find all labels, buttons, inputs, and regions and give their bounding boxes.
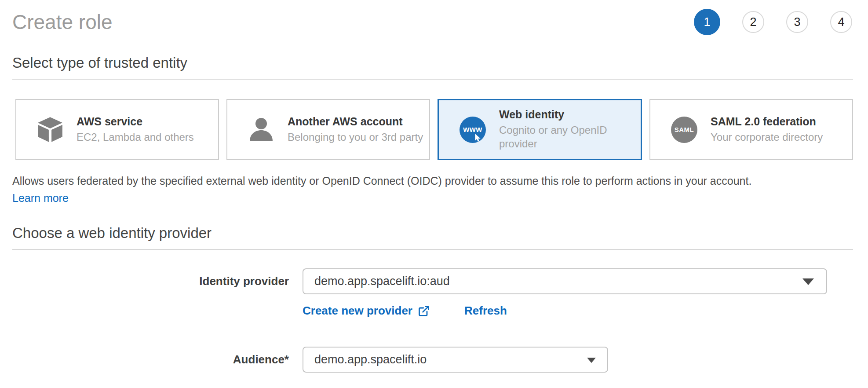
person-icon: [247, 116, 276, 144]
card-subtitle: Belonging to you or 3rd party: [288, 131, 423, 144]
identity-provider-value: demo.app.spacelift.io:aud: [314, 275, 450, 288]
identity-provider-row: Identity provider demo.app.spacelift.io:…: [12, 268, 853, 294]
page-title: Create role: [12, 10, 113, 34]
audience-label: Audience*: [12, 353, 289, 366]
entity-description: Allows users federated by the specified …: [12, 174, 853, 188]
step-4-indicator[interactable]: 4: [830, 11, 852, 33]
step-2-indicator[interactable]: 2: [742, 11, 764, 33]
card-title: AWS service: [77, 115, 194, 128]
card-title: Web identity: [499, 108, 610, 121]
audience-select[interactable]: demo.app.spacelift.io: [303, 347, 608, 373]
aws-service-cube-icon: [36, 115, 65, 144]
dropdown-caret-icon: [802, 278, 814, 285]
identity-provider-select[interactable]: demo.app.spacelift.io:aud: [303, 268, 827, 294]
card-saml-federation-text: SAML 2.0 federation Your corporate direc…: [711, 115, 827, 144]
create-new-provider-link[interactable]: Create new provider: [303, 304, 430, 318]
card-another-aws-account-text: Another AWS account Belonging to you or …: [288, 115, 427, 144]
saml-badge-label: SAML: [675, 126, 694, 133]
card-aws-service[interactable]: AWS service EC2, Lambda and others: [15, 99, 219, 160]
card-aws-service-text: AWS service EC2, Lambda and others: [77, 115, 198, 144]
trusted-entity-heading: Select type of trusted entity: [12, 55, 853, 80]
mouse-cursor-icon: [473, 133, 483, 143]
card-subtitle: Cognito or any OpenID provider: [499, 124, 610, 150]
page-header: Create role 1 2 3 4: [12, 9, 853, 35]
audience-value: demo.app.spacelift.io: [314, 353, 427, 366]
provider-heading: Choose a web identity provider: [12, 225, 853, 250]
www-badge-icon: www: [458, 117, 487, 143]
card-web-identity[interactable]: www Web identity Cognito or any OpenID p…: [438, 99, 642, 160]
card-title: SAML 2.0 federation: [711, 115, 823, 128]
learn-more-link[interactable]: Learn more: [12, 192, 69, 205]
refresh-link[interactable]: Refresh: [464, 304, 507, 318]
card-saml-federation[interactable]: SAML SAML 2.0 federation Your corporate …: [649, 99, 853, 160]
card-title: Another AWS account: [288, 115, 423, 128]
dropdown-caret-icon: [587, 358, 596, 363]
create-new-provider-label: Create new provider: [303, 304, 412, 318]
step-1-indicator[interactable]: 1: [694, 9, 720, 35]
card-subtitle: Your corporate directory: [711, 131, 823, 144]
external-link-icon: [418, 305, 430, 317]
saml-badge-icon: SAML: [670, 117, 699, 143]
wizard-step-indicator: 1 2 3 4: [694, 9, 852, 35]
identity-provider-label: Identity provider: [12, 275, 289, 288]
step-3-indicator[interactable]: 3: [786, 11, 808, 33]
card-another-aws-account[interactable]: Another AWS account Belonging to you or …: [226, 99, 430, 160]
card-web-identity-text: Web identity Cognito or any OpenID provi…: [499, 108, 614, 150]
provider-links-row: Create new provider Refresh: [303, 304, 853, 318]
create-role-page: Create role 1 2 3 4 Select type of trust…: [0, 9, 868, 373]
audience-row: Audience* demo.app.spacelift.io: [12, 347, 853, 373]
entity-type-cards: AWS service EC2, Lambda and others Anoth…: [15, 99, 853, 160]
card-subtitle: EC2, Lambda and others: [77, 131, 194, 144]
